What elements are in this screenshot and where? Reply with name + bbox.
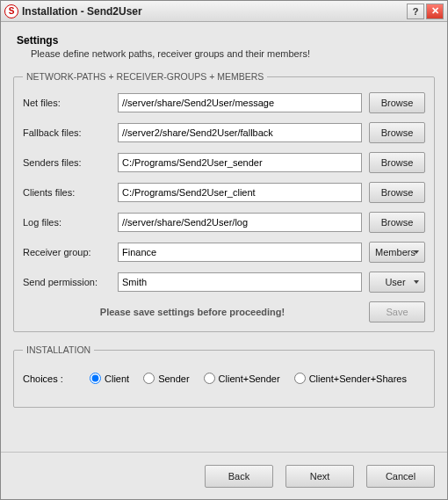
browse-senders-files-button[interactable]: Browse [369,152,425,173]
next-button[interactable]: Next [285,465,354,488]
row-send-permission: Send permission: User [23,272,425,293]
row-log-files: Log files: Browse [23,212,425,233]
radio-sender-label: Sender [158,373,189,384]
content-area: Settings Please define network paths, re… [1,22,447,452]
radio-client-sender-shares-input[interactable] [294,373,306,384]
radio-client-sender-input[interactable] [204,373,215,384]
installer-window: S Installation - Send2User ? ✕ Settings … [0,0,448,500]
installation-legend: INSTALLATION [23,344,94,355]
installation-group: INSTALLATION Choices : Client Sender Cli… [13,344,435,408]
radio-sender-input[interactable] [143,373,155,384]
row-fallback-files: Fallback files: Browse [23,122,425,143]
user-dropdown-button[interactable]: User [369,272,425,293]
label-log-files: Log files: [23,217,118,228]
browse-clients-files-button[interactable]: Browse [369,182,425,203]
input-log-files[interactable] [118,213,362,232]
row-receiver-group: Receiver group: Members [23,242,425,263]
browse-net-files-button[interactable]: Browse [369,92,425,113]
input-send-permission[interactable] [118,272,362,292]
window-title: Installation - Send2User [22,5,407,18]
close-button[interactable]: ✕ [426,4,444,19]
browse-fallback-files-button[interactable]: Browse [369,122,425,143]
label-net-files: Net files: [23,98,118,108]
radio-client-sender-label: Client+Sender [219,373,280,384]
page-header: Settings Please define network paths, re… [17,34,435,59]
input-clients-files[interactable] [118,183,362,202]
row-clients-files: Clients files: Browse [23,182,425,203]
radio-client-input[interactable] [90,373,101,384]
input-net-files[interactable] [118,93,362,112]
titlebar: S Installation - Send2User ? ✕ [1,1,447,22]
settings-legend: NETWORK-PATHS + RECEIVER-GROUPS + MEMBER… [23,71,267,82]
choices-label: Choices : [23,373,76,384]
label-receiver-group: Receiver group: [23,247,118,257]
radio-client-sender[interactable]: Client+Sender [204,373,280,384]
save-button[interactable]: Save [369,301,425,322]
row-net-files: Net files: Browse [23,92,425,113]
label-clients-files: Clients files: [23,187,118,198]
input-fallback-files[interactable] [118,123,362,142]
input-receiver-group[interactable] [118,243,362,262]
app-icon: S [4,4,18,18]
radio-client[interactable]: Client [90,373,129,384]
members-dropdown-button[interactable]: Members [369,242,425,263]
page-subtitle: Please define network paths, receiver gr… [31,48,435,59]
row-senders-files: Senders files: Browse [23,152,425,173]
installation-choices: Choices : Client Sender Client+Sender Cl… [23,366,425,398]
browse-log-files-button[interactable]: Browse [369,212,425,233]
wizard-footer: Back Next Cancel [1,452,447,499]
radio-client-sender-shares-label: Client+Sender+Shares [309,373,407,384]
radio-client-sender-shares[interactable]: Client+Sender+Shares [294,373,407,384]
input-senders-files[interactable] [118,153,362,172]
page-title: Settings [17,34,435,47]
settings-group: NETWORK-PATHS + RECEIVER-GROUPS + MEMBER… [13,71,435,332]
label-senders-files: Senders files: [23,157,118,168]
save-hint-text: Please save settings before proceeding! [23,307,362,317]
label-fallback-files: Fallback files: [23,127,118,138]
radio-client-label: Client [105,373,129,384]
save-row: Please save settings before proceeding! … [23,301,425,322]
help-button[interactable]: ? [407,4,424,19]
label-send-permission: Send permission: [23,277,118,287]
back-button[interactable]: Back [205,465,273,488]
cancel-button[interactable]: Cancel [366,465,435,488]
radio-sender[interactable]: Sender [143,373,189,384]
titlebar-buttons: ? ✕ [407,4,444,19]
